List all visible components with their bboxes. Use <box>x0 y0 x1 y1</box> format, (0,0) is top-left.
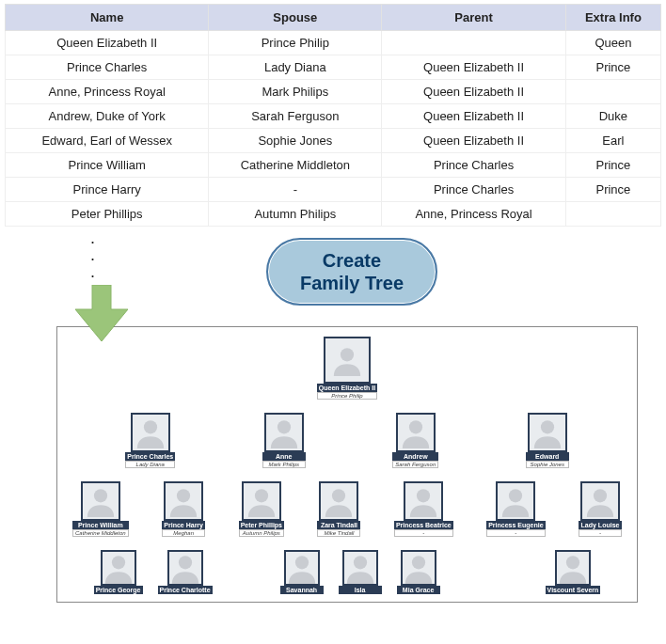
table-cell: Mark Philips <box>209 80 382 104</box>
person-photo <box>580 481 620 521</box>
svg-point-11 <box>509 489 522 502</box>
tree-node: Mia Grace <box>397 550 440 594</box>
person-photo <box>131 413 170 452</box>
svg-point-17 <box>412 556 425 569</box>
person-spouse: Meghan <box>162 529 205 537</box>
svg-point-2 <box>144 420 157 433</box>
tree-node: Prince George <box>94 550 143 594</box>
person-spouse: - <box>486 529 545 537</box>
table-cell: Andrew, Duke of York <box>6 104 209 129</box>
col-parent: Parent <box>382 5 566 31</box>
table-cell: Queen Elizabeth II <box>6 31 209 55</box>
person-spouse: - <box>579 529 622 537</box>
table-cell: Sophie Jones <box>209 129 382 153</box>
tree-node: Princess Eugenie- <box>486 481 545 537</box>
table-cell: Prince <box>565 153 660 178</box>
person-photo <box>528 413 567 452</box>
table-cell: Prince Charles <box>382 178 566 202</box>
tree-node: Prince Charlotte <box>158 550 213 594</box>
person-name: Savannah <box>280 586 324 594</box>
svg-marker-0 <box>75 285 128 341</box>
table-cell: Prince Philip <box>209 31 382 55</box>
person-spouse: Mike Tindall <box>317 529 360 537</box>
table-cell <box>565 80 660 104</box>
svg-point-5 <box>541 420 554 433</box>
tree-node: AndrewSarah Ferguson <box>392 413 438 468</box>
tree-node: Zara TindallMike Tindall <box>317 481 360 537</box>
svg-point-3 <box>278 420 291 433</box>
tree-node: Lady Louise- <box>579 481 622 537</box>
svg-point-8 <box>255 489 268 502</box>
person-name: Mia Grace <box>397 586 440 594</box>
person-spouse: - <box>394 529 453 537</box>
table-cell: Lady Diana <box>209 55 382 80</box>
svg-point-10 <box>417 489 430 502</box>
svg-point-6 <box>94 489 107 502</box>
person-name: Queen Elizabeth II <box>317 384 377 392</box>
table-cell: - <box>209 178 382 202</box>
tree-node: AnneMark Philips <box>262 413 306 468</box>
person-photo <box>401 550 436 586</box>
table-cell: Prince <box>565 55 660 80</box>
tree-node: Prince WilliamCatherine Middleton <box>72 481 129 537</box>
person-spouse: Mark Philips <box>262 461 306 468</box>
table-cell: Queen Elizabeth II <box>382 129 566 153</box>
person-photo <box>319 481 358 521</box>
tree-node: Savannah <box>280 550 324 594</box>
person-name: Prince George <box>94 586 143 594</box>
tree-node: Prince CharlesLady Diana <box>125 413 175 468</box>
table-cell: Earl <box>565 129 660 153</box>
person-name: Andrew <box>392 452 438 461</box>
person-spouse: Catherine Middleton <box>72 529 129 537</box>
svg-point-1 <box>341 348 354 361</box>
table-cell: Autumn Philips <box>209 202 382 227</box>
person-photo <box>496 481 535 521</box>
table-cell: Queen Elizabeth II <box>382 104 566 129</box>
svg-point-14 <box>178 556 191 569</box>
person-name: Peter Phillips <box>239 521 284 529</box>
svg-point-4 <box>409 420 422 433</box>
tree-node: Queen Elizabeth IIPrince Philip <box>317 337 377 400</box>
svg-point-12 <box>594 489 607 502</box>
person-photo <box>164 481 203 521</box>
person-name: Isla <box>339 586 382 594</box>
table-row: Anne, Princess RoyalMark PhilipsQueen El… <box>6 80 661 104</box>
tree-node: Viscount Severn <box>546 550 601 594</box>
table-row: Prince CharlesLady DianaQueen Elizabeth … <box>6 55 661 80</box>
col-spouse: Spouse <box>209 5 382 31</box>
person-photo <box>264 413 304 452</box>
person-spouse: Sarah Ferguson <box>392 461 438 468</box>
tree-node: Isla <box>339 550 382 594</box>
table-cell <box>382 31 566 55</box>
table-cell: Catherine Middleton <box>209 153 382 178</box>
table-row: Queen Elizabeth IIPrince PhilipQueen <box>6 31 661 55</box>
person-name: Lady Louise <box>579 521 622 529</box>
cta-line1: Create <box>323 250 381 271</box>
table-cell: Anne, Princess Royal <box>6 80 209 104</box>
person-photo <box>555 550 591 586</box>
table-header-row: Name Spouse Parent Extra Info <box>6 5 661 31</box>
svg-point-15 <box>295 556 309 569</box>
tree-node: EdwardSophie Jones <box>526 413 569 468</box>
create-family-tree-button[interactable]: Create Family Tree <box>266 238 437 306</box>
person-spouse: Prince Philip <box>317 392 377 400</box>
col-extra: Extra Info <box>565 5 660 31</box>
table-row: Andrew, Duke of YorkSarah FergusonQueen … <box>6 104 661 129</box>
table-row: Peter PhillipsAutumn PhilipsAnne, Prince… <box>6 202 661 227</box>
person-photo <box>81 481 120 521</box>
table-cell: Prince William <box>6 153 209 178</box>
ellipsis-icon: ... <box>90 232 95 283</box>
person-name: Princess Eugenie <box>486 521 545 529</box>
person-spouse: Lady Diana <box>125 461 175 468</box>
person-spouse: Autumn Philips <box>239 529 284 537</box>
person-photo <box>404 481 443 521</box>
table-cell <box>565 202 660 227</box>
table-cell: Queen Elizabeth II <box>382 80 566 104</box>
table-cell: Queen <box>565 31 660 55</box>
col-name: Name <box>6 5 209 31</box>
svg-point-7 <box>177 489 190 502</box>
svg-point-13 <box>111 556 124 569</box>
person-photo <box>242 481 281 521</box>
tree-node: Princess Beatrice- <box>394 481 453 537</box>
table-cell: Sarah Ferguson <box>209 104 382 129</box>
